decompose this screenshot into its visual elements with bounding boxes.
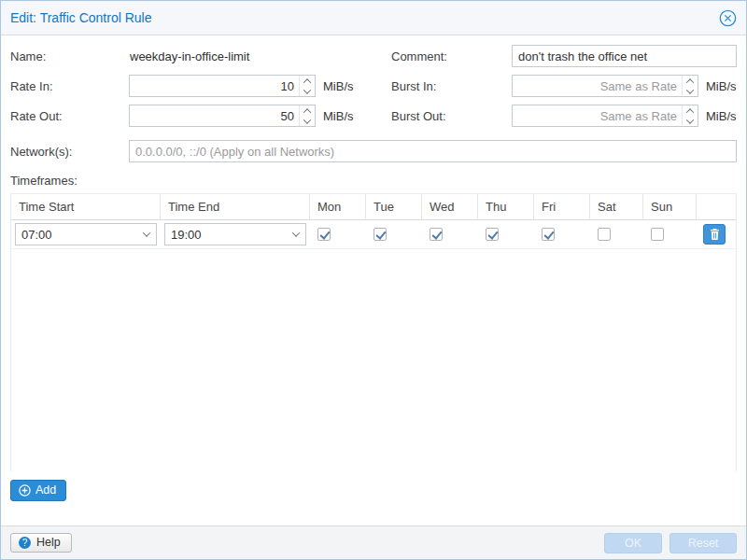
chevron-down-icon xyxy=(686,86,694,93)
timeframes-label: Timeframes: xyxy=(10,174,737,188)
spin-down-button[interactable] xyxy=(683,86,698,96)
plus-circle-icon xyxy=(19,484,31,497)
trash-icon xyxy=(710,229,720,240)
rate-in-spinfield[interactable] xyxy=(129,75,316,97)
time-end-input[interactable] xyxy=(165,224,287,245)
burst-out-input[interactable] xyxy=(513,105,682,126)
chevron-down-icon xyxy=(143,229,150,236)
column-header-time-end[interactable]: Time End xyxy=(161,194,310,220)
column-header-fri[interactable]: Fri xyxy=(534,194,590,220)
chevron-up-icon xyxy=(303,108,311,116)
comment-input[interactable] xyxy=(512,45,737,67)
spin-down-button[interactable] xyxy=(300,116,315,126)
chevron-down-icon xyxy=(292,229,300,236)
chevron-up-icon xyxy=(686,78,694,86)
timeframes-grid: Time Start Time End Mon Tue Wed Thu Fri … xyxy=(10,193,737,471)
column-header-tue[interactable]: Tue xyxy=(366,194,422,220)
spin-up-button[interactable] xyxy=(300,76,315,86)
reset-button[interactable]: Reset xyxy=(669,533,737,553)
spin-down-button[interactable] xyxy=(300,86,315,96)
burst-out-unit: MiB/s xyxy=(706,109,737,123)
column-header-time-start[interactable]: Time Start xyxy=(11,194,161,220)
burst-out-spinfield[interactable] xyxy=(512,105,698,127)
column-header-mon[interactable]: Mon xyxy=(310,194,366,220)
rate-out-label: Rate Out: xyxy=(10,109,129,123)
checkbox-thu[interactable] xyxy=(486,228,499,241)
column-header-thu[interactable]: Thu xyxy=(478,194,534,220)
column-header-sat[interactable]: Sat xyxy=(590,194,643,220)
chevron-up-icon xyxy=(686,108,694,116)
name-label: Name: xyxy=(10,49,129,63)
checkbox-sat[interactable] xyxy=(598,228,611,241)
chevron-down-icon xyxy=(303,116,311,123)
form-row-rate-out: Rate Out: MiB/s Burst Out: xyxy=(10,105,737,127)
burst-in-spinfield[interactable] xyxy=(512,75,698,97)
spin-up-button[interactable] xyxy=(683,105,698,116)
checkbox-fri[interactable] xyxy=(542,228,555,241)
burst-in-spinners xyxy=(682,76,698,96)
spin-up-button[interactable] xyxy=(683,76,698,86)
networks-label: Network(s): xyxy=(10,145,129,159)
add-button[interactable]: Add xyxy=(10,480,66,501)
column-header-wed[interactable]: Wed xyxy=(422,194,478,220)
dialog-titlebar: Edit: Traffic Control Rule xyxy=(1,1,746,35)
checkbox-tue[interactable] xyxy=(374,228,387,241)
rate-in-spinners xyxy=(299,76,315,96)
rate-in-input[interactable] xyxy=(130,76,299,96)
burst-out-spinners xyxy=(682,105,698,126)
rate-out-spinners xyxy=(299,105,315,126)
form-row-networks: Network(s): xyxy=(10,140,737,162)
chevron-down-icon xyxy=(303,86,311,93)
column-header-actions xyxy=(697,194,736,220)
rate-in-unit: MiB/s xyxy=(323,79,358,93)
time-start-combo[interactable] xyxy=(15,223,157,245)
burst-in-unit: MiB/s xyxy=(706,79,737,93)
close-icon xyxy=(719,9,737,27)
dialog-footer: ? Help OK Reset xyxy=(1,525,746,559)
checkbox-mon[interactable] xyxy=(317,228,331,241)
comment-label: Comment: xyxy=(391,49,512,63)
time-end-combo[interactable] xyxy=(164,223,306,245)
rate-out-input[interactable] xyxy=(130,105,299,126)
timeframes-grid-empty-area xyxy=(11,249,736,471)
time-start-input[interactable] xyxy=(16,224,137,245)
checkbox-sun[interactable] xyxy=(651,228,664,241)
help-button[interactable]: ? Help xyxy=(10,533,72,553)
chevron-down-icon xyxy=(686,116,694,123)
burst-in-label: Burst In: xyxy=(391,79,512,93)
rate-out-spinfield[interactable] xyxy=(129,105,316,127)
rate-out-unit: MiB/s xyxy=(323,109,358,123)
checkbox-wed[interactable] xyxy=(430,228,443,241)
burst-out-label: Burst Out: xyxy=(391,109,512,123)
rate-in-label: Rate In: xyxy=(10,79,129,93)
delete-row-button[interactable] xyxy=(703,224,726,245)
dialog-title: Edit: Traffic Control Rule xyxy=(10,10,718,25)
add-button-label: Add xyxy=(35,483,56,497)
close-button[interactable] xyxy=(718,8,737,27)
name-value: weekday-in-office-limit xyxy=(129,49,391,63)
column-header-sun[interactable]: Sun xyxy=(643,194,697,220)
edit-traffic-control-rule-dialog: Edit: Traffic Control Rule Name: weekday… xyxy=(0,0,747,560)
spin-down-button[interactable] xyxy=(683,116,698,126)
networks-input[interactable] xyxy=(129,140,737,162)
help-icon: ? xyxy=(19,537,31,549)
dialog-body: Name: weekday-in-office-limit Comment: R… xyxy=(1,35,746,511)
form-row-name-comment: Name: weekday-in-office-limit Comment: xyxy=(10,45,737,67)
ok-button[interactable]: OK xyxy=(604,533,662,553)
help-button-label: Help xyxy=(36,536,61,549)
chevron-up-icon xyxy=(303,78,311,86)
form-row-rate-in: Rate In: MiB/s Burst In: M xyxy=(10,75,737,97)
burst-in-input[interactable] xyxy=(513,76,682,96)
timeframes-grid-header: Time Start Time End Mon Tue Wed Thu Fri … xyxy=(11,194,736,220)
spin-up-button[interactable] xyxy=(300,105,315,116)
timeframe-row xyxy=(11,220,736,249)
